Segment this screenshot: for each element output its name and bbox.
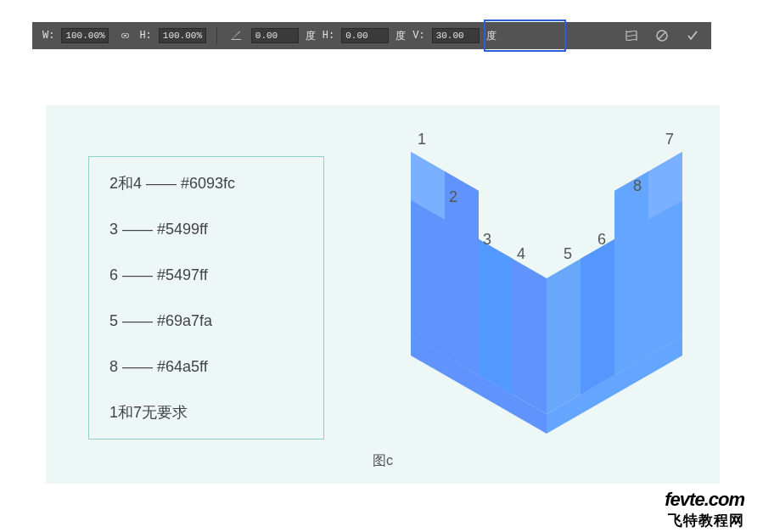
label-4: 4 [517, 245, 525, 263]
v-input[interactable]: 30.00 [432, 28, 480, 43]
toolbar-right [623, 27, 701, 44]
watermark-name: 飞特教程网 [665, 511, 744, 530]
label-1: 1 [418, 131, 426, 148]
legend-row: 2和4 —— #6093fc [109, 176, 303, 191]
shape-svg [394, 131, 699, 453]
watermark: fevte.com 飞特教程网 [665, 489, 744, 530]
legend-row: 6 —— #5497ff [109, 267, 303, 283]
height-input[interactable]: 100.00% [159, 28, 206, 43]
shape-diagram: 1 2 3 4 5 6 7 8 [394, 131, 699, 453]
h2-label: H: [323, 30, 334, 42]
label-5: 5 [564, 245, 572, 263]
svg-line-1 [659, 32, 665, 39]
label-8: 8 [633, 177, 642, 195]
h2-unit: 度 [396, 29, 406, 43]
legend-row: 8 —— #64a5ff [109, 359, 303, 374]
f6 [581, 239, 614, 395]
h2-input[interactable]: 0.00 [341, 28, 389, 43]
color-legend: 2和4 —— #6093fc 3 —— #5499ff 6 —— #5497ff… [88, 156, 324, 440]
label-3: 3 [483, 231, 491, 249]
separator [216, 27, 217, 44]
legend-row: 5 —— #69a7fa [109, 313, 303, 328]
watermark-url: fevte.com [665, 489, 744, 511]
label-6: 6 [597, 231, 606, 249]
cancel-icon[interactable] [654, 27, 670, 44]
warp-icon[interactable] [623, 27, 640, 44]
width-label: W: [42, 30, 54, 42]
angle-input[interactable]: 0.00 [251, 28, 299, 43]
transform-toolbar: W: 100.00% H: 100.00% 0.00 度 H: 0.00 度 V… [32, 22, 711, 49]
f3 [479, 191, 513, 395]
figure-caption: 图c [373, 452, 393, 470]
face-5 [547, 259, 581, 414]
angle-unit: 度 [306, 29, 316, 43]
commit-icon[interactable] [684, 27, 701, 44]
legend-row: 1和7无要求 [109, 405, 303, 420]
label-7: 7 [665, 131, 674, 148]
f2o [411, 200, 445, 356]
legend-row: 3 —— #5499ff [109, 221, 303, 237]
label-2: 2 [449, 188, 457, 206]
v-unit: 度 [486, 29, 497, 43]
v-label: V: [412, 30, 424, 42]
height-label: H: [139, 30, 151, 42]
link-icon[interactable] [115, 27, 132, 44]
f8o [648, 200, 682, 356]
main-panel: 2和4 —— #6093fc 3 —— #5499ff 6 —— #5497ff… [46, 105, 720, 484]
width-input[interactable]: 100.00% [61, 28, 109, 43]
angle-icon [227, 27, 244, 44]
